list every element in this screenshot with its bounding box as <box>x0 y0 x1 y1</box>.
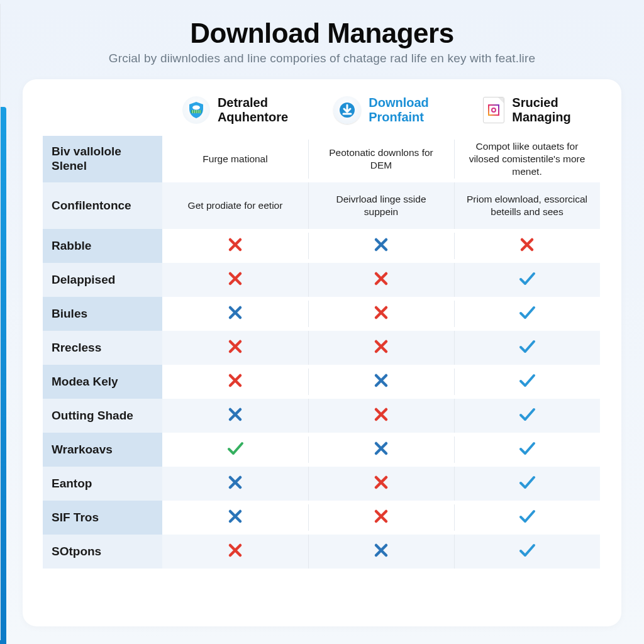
comparison-grid: Detraled Aquhentore Download Pronfaint <box>43 93 600 569</box>
desc-cell: Peotonatic downlons for DEM <box>308 136 454 182</box>
feature-cell <box>308 535 454 569</box>
feature-cell <box>308 365 454 399</box>
column-header-1: Detraled Aquhentore <box>162 93 308 136</box>
cross-icon <box>373 270 389 290</box>
feature-cell <box>454 331 600 365</box>
feature-cell <box>162 365 308 399</box>
row-label: Wrarkoavs <box>43 433 162 467</box>
feature-cell <box>454 399 600 433</box>
cross-icon <box>519 236 535 256</box>
feature-cell <box>162 331 308 365</box>
cross-icon <box>227 304 243 324</box>
col2-line2: Pronfaint <box>369 110 429 125</box>
row-label: Modea Kely <box>43 365 162 399</box>
cross-icon <box>227 508 243 528</box>
feature-cell <box>308 297 454 331</box>
cross-icon <box>373 236 389 256</box>
side-accent <box>0 107 6 644</box>
check-icon <box>518 269 536 291</box>
feature-cell <box>454 229 600 263</box>
feature-cell <box>308 229 454 263</box>
cross-icon <box>227 372 243 392</box>
feature-cell <box>308 433 454 467</box>
feature-cell <box>162 467 308 501</box>
check-icon <box>518 439 536 461</box>
feature-cell <box>454 297 600 331</box>
feature-cell <box>308 263 454 297</box>
check-icon <box>226 439 245 461</box>
feature-cell <box>162 535 308 569</box>
feature-cell <box>454 501 600 535</box>
cross-icon <box>227 270 243 290</box>
cross-icon <box>373 508 389 528</box>
feature-cell <box>454 467 600 501</box>
feature-cell <box>308 467 454 501</box>
cross-icon <box>373 338 389 358</box>
check-icon <box>518 541 536 563</box>
cross-icon <box>227 236 243 256</box>
download-arrow-icon <box>333 96 361 124</box>
cross-icon <box>373 304 389 324</box>
desc-cell: Deivrload linge sside suppein <box>308 182 454 229</box>
check-icon <box>518 371 536 393</box>
cross-icon <box>373 542 389 562</box>
cross-icon <box>227 542 243 562</box>
row-label: Rabble <box>43 229 162 263</box>
col2-line1: Download <box>369 96 429 110</box>
feature-cell <box>308 501 454 535</box>
feature-cell <box>454 535 600 569</box>
feature-cell <box>454 263 600 297</box>
cross-icon <box>373 440 389 460</box>
cross-icon <box>373 474 389 494</box>
page-title: Download Managers <box>23 18 621 49</box>
row-label: SIF Tros <box>43 501 162 535</box>
shield-cloud-icon <box>182 96 210 124</box>
comparison-card: Detraled Aquhentore Download Pronfaint <box>23 79 621 626</box>
row-label: Rrecless <box>43 331 162 365</box>
desc-cell: Compot liike outaets for vilosed comiste… <box>454 136 600 182</box>
row-label: Delappised <box>43 263 162 297</box>
col3-line2: Managing <box>512 110 570 125</box>
feature-cell <box>308 399 454 433</box>
feature-cell <box>454 433 600 467</box>
cross-icon <box>373 372 389 392</box>
cross-icon <box>227 474 243 494</box>
feature-cell <box>454 365 600 399</box>
desc-cell: Priom elownload, essorcical beteills and… <box>454 182 600 229</box>
cross-icon <box>227 338 243 358</box>
check-icon <box>518 337 536 359</box>
header-spacer <box>43 93 162 136</box>
col3-line1: Srucied <box>512 96 570 110</box>
row-label: Confilentonce <box>43 182 162 229</box>
cross-icon <box>227 406 243 426</box>
check-icon <box>518 303 536 325</box>
feature-cell <box>162 501 308 535</box>
feature-cell <box>162 263 308 297</box>
feature-cell <box>162 399 308 433</box>
row-label: Biv vallolole Slenel <box>43 136 162 182</box>
feature-cell <box>308 331 454 365</box>
check-icon <box>518 507 536 529</box>
row-label: SOtpons <box>43 535 162 569</box>
feature-cell <box>162 433 308 467</box>
svg-point-0 <box>192 106 200 110</box>
desc-cell: Get prodiate for eetior <box>162 182 308 229</box>
file-instagram-icon <box>483 97 504 123</box>
check-icon <box>518 473 536 495</box>
row-label: Eantop <box>43 467 162 501</box>
col1-line1: Detraled <box>218 96 288 110</box>
row-label: Biules <box>43 297 162 331</box>
feature-cell <box>162 297 308 331</box>
desc-cell: Furge mational <box>162 136 308 182</box>
row-label: Outting Shade <box>43 399 162 433</box>
feature-cell <box>162 229 308 263</box>
column-header-3: Srucied Managing <box>454 93 600 136</box>
col1-line2: Aquhentore <box>218 110 288 125</box>
check-icon <box>518 405 536 427</box>
page-subtitle: Grcial by diiwnlodies and line compories… <box>23 52 621 65</box>
column-header-2: Download Pronfaint <box>308 93 454 136</box>
cross-icon <box>373 406 389 426</box>
